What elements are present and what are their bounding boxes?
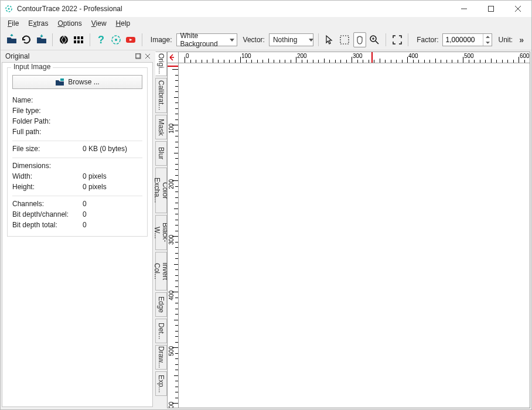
factor-spinbox[interactable] (442, 33, 492, 46)
folder-open-icon (55, 78, 64, 86)
maximize-button[interactable] (478, 1, 504, 17)
canvas-area: 0100200300400500600 100200300400500600 (167, 50, 531, 409)
row-filesize-value: 0 KB (0 bytes) (83, 145, 127, 153)
svg-rect-6 (81, 36, 83, 39)
canvas[interactable] (179, 63, 530, 408)
vtab-black-white[interactable]: Black-W... (155, 215, 167, 250)
logo-icon[interactable] (110, 32, 122, 47)
spin-up-icon[interactable] (483, 34, 492, 40)
menu-help[interactable]: Help (111, 18, 135, 29)
vector-dropdown-value: Nothing (273, 36, 297, 44)
svg-rect-14 (340, 36, 349, 44)
browse-button[interactable]: Browse ... (12, 75, 142, 89)
svg-rect-2 (489, 6, 494, 12)
svg-rect-8 (77, 40, 80, 43)
close-button[interactable] (504, 1, 531, 17)
ruler-corner (167, 52, 179, 63)
vtab-edge[interactable]: Edge (155, 292, 167, 317)
svg-rect-18 (60, 78, 64, 81)
svg-rect-5 (77, 36, 80, 39)
row-bpp-label: Bit depth/channel: (12, 210, 83, 218)
row-bpt-label: Bit depth total: (12, 221, 83, 229)
row-fullpath-label: Full path: (12, 128, 83, 136)
row-width-value: 0 pixels (83, 172, 107, 180)
group-title: Input Image (11, 63, 53, 71)
window-title: ContourTrace 2022 - Professional (17, 5, 122, 13)
vtab-detect[interactable]: Det... (155, 319, 167, 343)
menu-options[interactable]: Options (53, 18, 86, 29)
svg-rect-4 (74, 36, 76, 39)
horizontal-ruler: 0100200300400500600 (179, 52, 530, 63)
svg-text:?: ? (98, 34, 104, 46)
menu-view[interactable]: View (87, 18, 111, 29)
chevron-down-icon (309, 39, 313, 42)
factor-input[interactable] (443, 34, 483, 46)
minimize-button[interactable] (451, 1, 478, 17)
vtab-calibrate[interactable]: Calibrat... (155, 78, 167, 113)
row-width-label: Width: (12, 172, 83, 180)
row-height-label: Height: (12, 183, 83, 191)
vtab-mask[interactable]: Mask (155, 115, 167, 139)
aperture-icon[interactable] (57, 32, 70, 47)
row-name-label: Name: (12, 96, 83, 104)
vertical-ruler: 100200300400500600 (167, 63, 179, 408)
vtab-color-exchange[interactable]: Color Excha... (155, 168, 167, 213)
vtab-invert-colors[interactable]: Invert Col... (155, 252, 167, 291)
row-bpp-value: 0 (83, 210, 87, 218)
row-height-value: 0 pixels (83, 183, 107, 191)
hand-tool-icon[interactable] (353, 32, 366, 47)
row-filesize-label: File size: (12, 145, 83, 153)
svg-rect-7 (74, 40, 76, 43)
panel-close-icon[interactable] (144, 52, 152, 60)
open-folder-icon[interactable] (5, 32, 18, 47)
row-channels-label: Channels: (12, 200, 83, 208)
app-window: ContourTrace 2022 - Professional File Ex… (0, 0, 532, 410)
vector-dropdown-label: Vector: (240, 36, 267, 44)
vector-dropdown[interactable]: Nothing (269, 33, 313, 46)
vtab-draw[interactable]: Draw... (155, 345, 167, 370)
row-channels-value: 0 (83, 200, 87, 208)
panel-body: Input Image Browse ... Name: File type: … (2, 62, 153, 407)
image-dropdown-value: White Background (180, 32, 218, 48)
left-panel: Original Input Image Browse ... Name: Fi… (1, 50, 154, 409)
vtab-export[interactable]: Exp... (155, 371, 167, 396)
row-bpt-value: 0 (83, 221, 87, 229)
youtube-icon[interactable] (125, 32, 137, 47)
side-tabs: Origi... Calibrat... Mask Blur Color Exc… (154, 50, 167, 409)
row-filetype-label: File type: (12, 107, 83, 115)
chevron-down-icon (230, 39, 234, 42)
panel-detach-icon[interactable] (134, 52, 142, 60)
zoom-tool-icon[interactable] (369, 32, 381, 47)
browse-label: Browse ... (68, 78, 99, 86)
vtab-original[interactable]: Origi... (155, 52, 167, 76)
title-bar: ContourTrace 2022 - Professional (1, 1, 531, 17)
image-dropdown[interactable]: White Background (176, 33, 237, 46)
app-icon (4, 4, 13, 13)
row-dimensions-label: Dimensions: (12, 162, 83, 170)
marquee-tool-icon[interactable] (338, 32, 350, 47)
input-image-group: Input Image Browse ... Name: File type: … (7, 67, 148, 237)
content-area: Original Input Image Browse ... Name: Fi… (1, 50, 531, 409)
svg-point-12 (115, 39, 117, 41)
fit-screen-icon[interactable] (391, 32, 403, 47)
svg-point-3 (60, 36, 68, 44)
pointer-tool-icon[interactable] (323, 32, 336, 47)
svg-point-1 (8, 8, 10, 10)
reload-icon[interactable] (20, 32, 32, 47)
grid-icon[interactable] (73, 32, 85, 47)
help-icon[interactable]: ? (95, 32, 107, 47)
panel-title: Original (5, 52, 133, 60)
menu-extras[interactable]: Extras (23, 18, 53, 29)
factor-label: Factor: (413, 36, 440, 44)
unit-label: Unit: (495, 36, 514, 44)
spin-down-icon[interactable] (483, 40, 492, 46)
toolbar-more-icon[interactable]: » (517, 35, 528, 45)
menu-file[interactable]: File (3, 18, 23, 29)
panel-titlebar: Original (2, 50, 153, 62)
vtab-blur[interactable]: Blur (155, 141, 167, 166)
save-folder-icon[interactable] (35, 32, 47, 47)
svg-rect-9 (81, 40, 83, 43)
menu-bar: File Extras Options View Help (1, 17, 531, 30)
row-folder-label: Folder Path: (12, 117, 83, 125)
toolbar: ? Image: White Background Vector: Nothin… (1, 30, 531, 50)
